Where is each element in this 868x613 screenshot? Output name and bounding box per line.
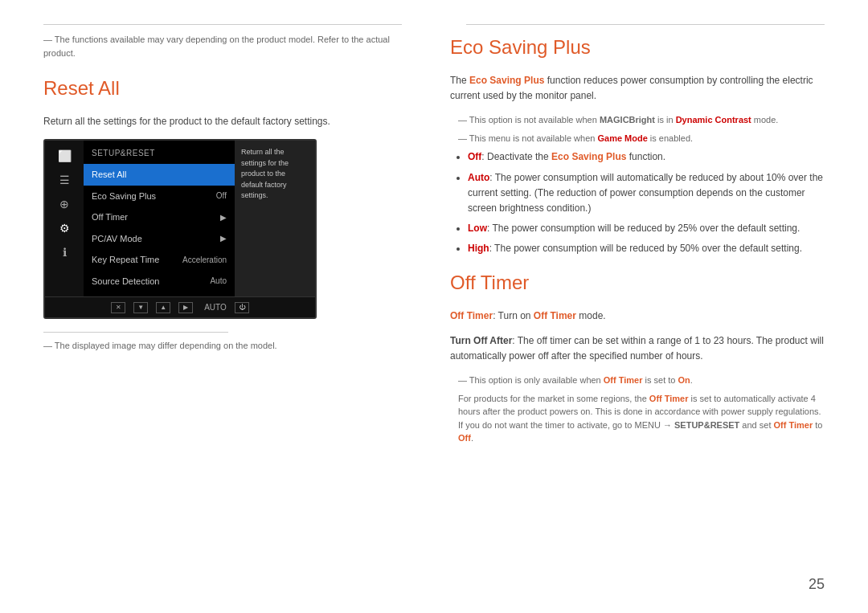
off-timer-note1-highlight1: Off Timer [604, 375, 643, 385]
monitor-desc-box: Return all the settings for the product … [235, 141, 315, 296]
eco-off-label: Off [468, 151, 481, 162]
eco-saving-title: Eco Saving Plus [450, 33, 825, 62]
off-timer-note1-highlight2: On [678, 375, 690, 385]
functions-note: The functions available may vary dependi… [43, 33, 418, 59]
off-timer-note2-highlight3: Off [458, 433, 471, 443]
magic-bright-label2: MAGICBright [600, 115, 655, 125]
eco-low-label: Low [468, 223, 487, 234]
menu-item-off-timer-arrow: ▶ [220, 211, 227, 223]
off-timer-note2: For products for the market in some regi… [450, 392, 825, 445]
reset-all-title: Reset All [43, 74, 418, 103]
monitor-btn-down: ▼ [133, 302, 148, 313]
eco-dash-note-2: This menu is not available when Game Mod… [450, 132, 825, 145]
off-timer-inline-2: Off Timer [534, 310, 576, 321]
monitor-btn-power: ⏻ [235, 302, 249, 313]
menu-item-eco-saving-label: Eco Saving Plus [92, 190, 156, 203]
right-column: Eco Saving Plus The Eco Saving Plus func… [450, 25, 825, 613]
off-timer-title: Off Timer [450, 268, 825, 297]
sidebar-icon-adjust: ⊕ [55, 195, 73, 213]
eco-saving-intro: The Eco Saving Plus function reduces pow… [450, 73, 825, 104]
eco-auto-label: Auto [468, 172, 489, 183]
monitor-mockup: ⬜ ☰ ⊕ ⚙ ℹ SETUP&RESET Reset All Eco Savi [43, 139, 317, 319]
menu-item-source-detection: Source Detection Auto [84, 271, 235, 292]
sidebar-icon-picture: ☰ [55, 171, 73, 189]
menu-header: SETUP&RESET [84, 145, 235, 164]
menu-item-off-timer: Off Timer ▶ [84, 206, 235, 228]
eco-bullet-off: Off: Deactivate the Eco Saving Plus func… [468, 149, 825, 165]
off-timer-inline-1: Off Timer [450, 310, 493, 321]
monitor-desc-text: Return all the settings for the product … [241, 148, 289, 199]
image-differ-note: The displayed image may differ depending… [43, 339, 418, 353]
menu-item-eco-saving: Eco Saving Plus Off [84, 186, 235, 207]
eco-dash-note-1: This option is not available when SAMSUN… [450, 113, 825, 127]
turn-off-after-label: Turn Off After [450, 335, 512, 346]
sidebar-icon-setup: ⚙ [55, 219, 73, 237]
bottom-rule [43, 332, 228, 333]
eco-bullet-auto: Auto: The power consumption will automat… [468, 170, 825, 217]
monitor-btn-up: ▲ [156, 302, 170, 313]
dynamic-contrast-label: Dynamic Contrast [676, 115, 751, 125]
monitor-btn-right: ▶ [178, 302, 193, 313]
sidebar-icon-display: ⬜ [55, 147, 73, 165]
menu-item-off-timer-label: Off Timer [92, 210, 128, 224]
menu-item-key-repeat-label: Key Repeat Time [92, 253, 159, 267]
off-timer-line2: Turn Off After: The off timer can be set… [450, 333, 825, 364]
off-timer-note2-highlight2: Off Timer [774, 420, 813, 430]
eco-saving-highlight: Eco Saving Plus [469, 75, 544, 86]
off-timer-note2-highlight1: Off Timer [649, 394, 689, 403]
left-column: The functions available may vary dependi… [43, 25, 418, 613]
eco-bullet-high: High: The power consumption will be redu… [468, 241, 825, 256]
menu-item-key-repeat: Key Repeat Time Acceleration [84, 249, 235, 271]
off-timer-line1: Off Timer: Turn on Off Timer mode. [450, 309, 825, 324]
sidebar-icon-info: ℹ [55, 243, 73, 261]
menu-item-pcav-mode-label: PC/AV Mode [92, 232, 142, 246]
monitor-btn-auto-label: AUTO [204, 301, 227, 313]
eco-bullets: Off: Deactivate the Eco Saving Plus func… [450, 149, 825, 256]
game-mode-label: Game Mode [597, 133, 647, 143]
monitor-sidebar: ⬜ ☰ ⊕ ⚙ ℹ [45, 141, 84, 296]
menu-item-reset-all-label: Reset All [92, 168, 126, 182]
menu-item-pcav-mode: PC/AV Mode ▶ [84, 228, 235, 250]
eco-high-label: High [468, 243, 489, 254]
monitor-bottom-bar: ✕ ▼ ▲ ▶ AUTO ⏻ [45, 296, 315, 317]
off-timer-note1: This option is only available when Off T… [450, 374, 825, 387]
reset-all-desc: Return all the settings for the product … [43, 114, 418, 129]
eco-saving-inline: Eco Saving Plus [551, 151, 626, 162]
menu-item-eco-saving-value: Off [216, 190, 227, 202]
menu-item-key-repeat-value: Acceleration [182, 254, 227, 266]
monitor-menu: SETUP&RESET Reset All Eco Saving Plus Of… [84, 141, 235, 296]
monitor-btn-x: ✕ [111, 302, 125, 313]
page-number: 25 [809, 574, 825, 595]
menu-item-pcav-mode-arrow: ▶ [220, 232, 227, 244]
eco-bullet-low: Low: The power consumption will be reduc… [468, 221, 825, 236]
menu-item-source-detection-label: Source Detection [92, 275, 159, 288]
setup-reset-label: SETUP&RESET [674, 420, 739, 430]
menu-item-reset-all: Reset All [84, 164, 235, 186]
menu-item-source-detection-value: Auto [210, 275, 227, 287]
